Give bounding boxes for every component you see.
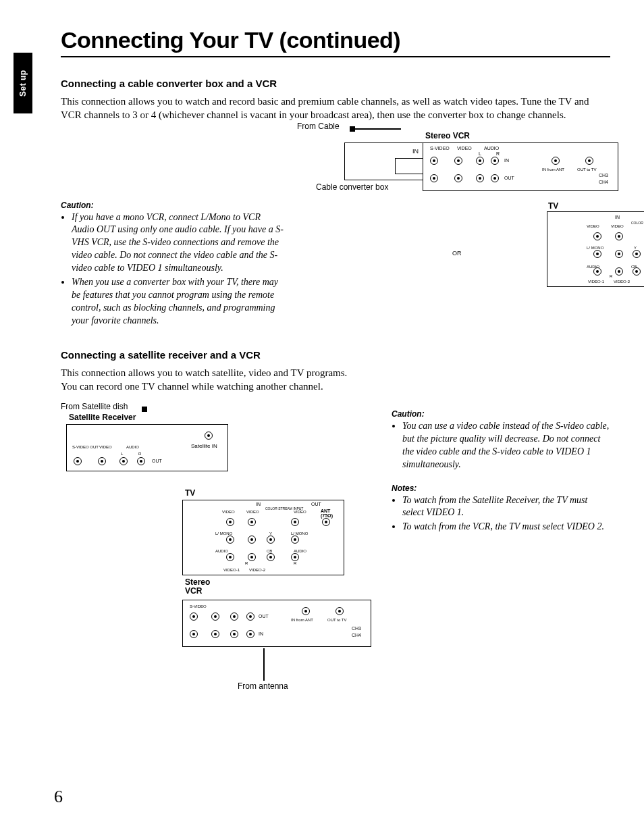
jack-icon	[190, 630, 198, 638]
jack-icon	[593, 232, 601, 240]
jack-icon	[491, 157, 499, 165]
label-in2: IN	[504, 158, 509, 163]
section2-notes-item: To watch from the Satellite Receiver, th…	[402, 494, 610, 520]
label-satellite-receiver: Satellite Receiver	[69, 413, 136, 421]
label-in3: IN	[615, 215, 620, 219]
jack-icon	[267, 536, 275, 544]
jack-icon	[454, 157, 462, 165]
section2-right-col: Caution: You can use a video cable inste…	[392, 402, 610, 535]
section2-caution-list: You can use a video cable instead of the…	[392, 420, 610, 471]
jack-icon	[74, 457, 82, 465]
label-L3: L	[121, 452, 123, 456]
label-ch3: CH3	[599, 173, 608, 178]
jack-icon	[230, 613, 238, 621]
section2-caution-item: You can use a video cable instead of the…	[402, 420, 610, 471]
caution-label-2: Caution:	[392, 409, 610, 419]
jack-icon	[454, 174, 462, 182]
jack-icon	[246, 630, 254, 638]
side-tab-setup: Set up	[14, 53, 32, 113]
jack-icon	[491, 174, 499, 182]
label-satellite-in: Satellite IN	[191, 444, 217, 449]
jack-icon	[322, 518, 330, 526]
label-R3: R	[138, 452, 141, 456]
label-tv2: TV	[185, 489, 195, 497]
label-cable-converter-box: Cable converter box	[316, 183, 388, 191]
label-video-2: VIDEO-2	[614, 280, 630, 284]
section1-body: This connection allows you to watch and …	[61, 95, 610, 122]
jack-icon	[119, 457, 128, 465]
box-stereo-vcr: S-VIDEO VIDEO AUDIO L R IN OUT	[423, 142, 618, 191]
jack-icon	[633, 250, 641, 258]
label-out2: OUT	[504, 176, 514, 180]
label-video7: VIDEO	[246, 510, 259, 514]
label-in-from-ant: IN from ANT	[542, 167, 564, 172]
label-video-2b: VIDEO-2	[249, 568, 265, 572]
label-r3: R	[610, 274, 612, 278]
page-title: Connecting Your TV (continued)	[61, 27, 610, 57]
label-from-antenna: From antenna	[238, 682, 288, 690]
jack-icon	[430, 157, 438, 165]
label-out5: OUT	[311, 502, 321, 506]
label-ch4b: CH4	[352, 633, 361, 637]
wire	[355, 128, 401, 130]
label-out-to-tv2: OUT to TV	[327, 618, 346, 622]
label-in: IN	[412, 149, 419, 155]
jack-icon	[248, 518, 256, 526]
label-svideo2: S-VIDEO	[190, 604, 207, 608]
wire	[263, 648, 265, 681]
label-stereo-vcr: Stereo VCR	[425, 132, 470, 140]
label-video-1b: VIDEO-1	[223, 568, 240, 572]
jack-icon	[615, 232, 623, 240]
label-out6: OUT	[259, 614, 269, 619]
sat-endpoint-icon	[142, 407, 147, 412]
jack-icon	[291, 518, 299, 526]
section1-caution-item: If you have a mono VCR, connect L/Mono t…	[72, 211, 284, 275]
label-in5: IN	[259, 631, 263, 636]
label-svideo: S-VIDEO	[430, 146, 450, 151]
label-out-to-tv: OUT to TV	[577, 167, 596, 172]
jack-icon	[552, 157, 560, 165]
jack-icon	[190, 613, 198, 621]
label-L: L	[479, 151, 481, 156]
section1-caution-col: Caution: If you have a mono VCR, connect…	[61, 126, 284, 329]
jack-icon	[476, 157, 484, 165]
label-audio: AUDIO	[484, 146, 499, 151]
section2-notes-list: To watch from the Satellite Receiver, th…	[392, 494, 610, 534]
jack-icon	[291, 553, 299, 561]
label-or: OR	[452, 251, 462, 257]
section2-notes-item: To watch from the VCR, the TV must selec…	[402, 521, 610, 533]
jack-icon	[291, 536, 299, 544]
label-video5: VIDEO	[99, 445, 112, 449]
jack-icon	[430, 174, 438, 182]
label-in-from-ant2: IN from ANT	[291, 618, 313, 622]
label-video3: VIDEO	[611, 224, 624, 228]
jack-icon	[226, 553, 234, 561]
diagram-cable-converter-vcr: From Cable IN OUT Cable converter box St…	[297, 122, 610, 298]
label-in4: IN	[256, 502, 261, 506]
box-stereo-vcr2: S-VIDEO OUT IN IN from ANT	[182, 600, 371, 647]
label-svideo-out: S-VIDEO OUT	[72, 445, 99, 449]
label-from-cable: From Cable	[297, 122, 340, 130]
label-ch3b: CH3	[352, 626, 361, 631]
cable-endpoint-icon	[350, 126, 355, 132]
jack-icon	[267, 553, 275, 561]
diagram-satellite-vcr: From Satellite dish Satellite Receiver S…	[61, 402, 371, 693]
label-audio4: AUDIO	[126, 445, 139, 449]
box-tv2: IN OUT VIDEO VIDEO COLOR STREAM INPUT VI…	[182, 500, 344, 575]
jack-icon	[633, 267, 641, 276]
label-R: R	[496, 151, 500, 156]
caution-label-1: Caution:	[61, 201, 284, 210]
section2-body2: You can record one TV channel while watc…	[61, 380, 610, 393]
jack-icon	[585, 157, 593, 165]
section1-caution-list: If you have a mono VCR, connect L/Mono t…	[61, 211, 284, 328]
jack-icon	[593, 267, 601, 276]
jack-icon	[211, 613, 219, 621]
jack-icon	[302, 607, 310, 615]
page-number: 6	[54, 787, 63, 807]
box-tv: IN OUT ANT (75Ω) VIDEO VIDEO COLOR STREA…	[547, 211, 644, 287]
jack-icon	[615, 250, 623, 258]
label-video6: VIDEO	[222, 510, 235, 514]
jack-icon	[336, 607, 344, 615]
label-video-1: VIDEO-1	[588, 280, 604, 284]
jack-icon	[593, 250, 601, 258]
